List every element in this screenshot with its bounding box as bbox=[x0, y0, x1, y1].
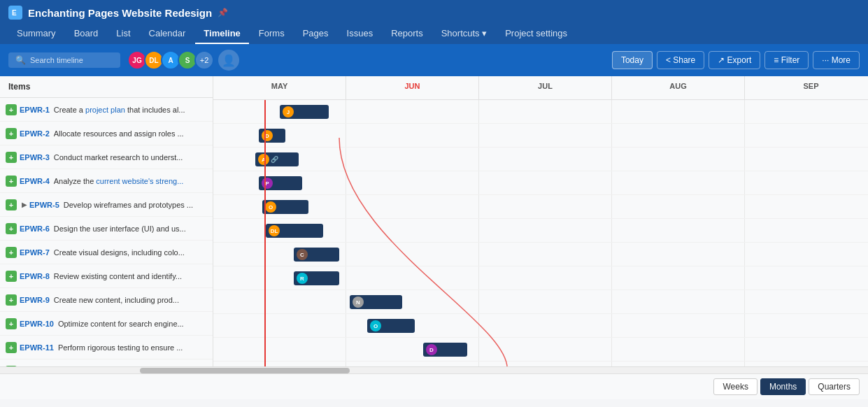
nav-tab-list[interactable]: List bbox=[108, 24, 138, 44]
timeline-row bbox=[213, 219, 868, 243]
add-task-icon[interactable]: + bbox=[6, 128, 17, 139]
table-row: + EPWR-12 Identify and fix any bugs or i… bbox=[0, 359, 213, 366]
table-row: + EPWR-1 Create a project plan that incl… bbox=[0, 98, 213, 122]
task-id: EPWR-5 bbox=[29, 201, 59, 209]
task-name[interactable]: Allocate resources and assign roles ... bbox=[54, 129, 184, 138]
add-task-icon[interactable]: + bbox=[6, 271, 17, 282]
app-title: Enchanting Pages Website Redesign bbox=[28, 7, 212, 19]
task-name[interactable]: Conduct market research to underst... bbox=[54, 153, 183, 162]
nav-tab-summary[interactable]: Summary bbox=[8, 24, 64, 44]
task-id: EPWR-10 bbox=[20, 320, 54, 328]
timeline-row bbox=[213, 243, 868, 266]
toolbar-left: 🔍 Search timeline JG DL A S +2 👤 bbox=[8, 50, 239, 71]
today-button[interactable]: Today bbox=[612, 51, 653, 69]
items-header: Items bbox=[0, 76, 213, 98]
svg-text:E: E bbox=[12, 9, 17, 17]
task-id: EPWR-8 bbox=[20, 272, 50, 280]
add-task-icon[interactable]: + bbox=[6, 247, 17, 258]
nav-tab-project-settings[interactable]: Project settings bbox=[497, 24, 576, 44]
add-task-icon[interactable]: + bbox=[6, 152, 17, 163]
nav-tab-pages[interactable]: Pages bbox=[294, 24, 337, 44]
export-button[interactable]: ↗ Export bbox=[709, 51, 760, 69]
timeline-row bbox=[213, 290, 868, 314]
table-row: + EPWR-9 Create new content, including p… bbox=[0, 288, 213, 312]
nav-tab-reports[interactable]: Reports bbox=[383, 24, 432, 44]
months-button[interactable]: Months bbox=[760, 378, 806, 395]
add-task-icon[interactable]: + bbox=[6, 342, 17, 353]
timeline-panel[interactable]: MAY JUN JUL AUG SEP bbox=[213, 76, 868, 366]
scrollbar-thumb[interactable] bbox=[140, 368, 350, 373]
items-panel: Items + EPWR-1 Create a project plan tha… bbox=[0, 76, 213, 366]
table-row: + EPWR-10 Optimize content for search en… bbox=[0, 312, 213, 336]
today-line bbox=[264, 100, 266, 366]
add-task-icon[interactable]: + bbox=[6, 294, 17, 306]
nav-tab-shortcuts[interactable]: Shortcuts ▾ bbox=[433, 24, 496, 44]
task-name[interactable]: Create new content, including prod... bbox=[54, 296, 179, 304]
month-aug: AUG bbox=[612, 76, 745, 99]
task-id: EPWR-6 bbox=[20, 224, 50, 233]
filter-button[interactable]: ≡ Filter bbox=[764, 51, 809, 69]
add-task-icon[interactable]: + bbox=[6, 318, 17, 329]
expand-icon[interactable]: ▶ bbox=[20, 200, 29, 210]
task-id: EPWR-7 bbox=[20, 248, 50, 257]
table-row: + EPWR-3 Conduct market research to unde… bbox=[0, 145, 213, 169]
table-row: + EPWR-2 Allocate resources and assign r… bbox=[0, 122, 213, 145]
more-button[interactable]: ··· More bbox=[813, 51, 860, 69]
table-row: + EPWR-8 Review existing content and ide… bbox=[0, 264, 213, 288]
app-header: E Enchanting Pages Website Redesign 📌 Su… bbox=[0, 0, 868, 44]
table-row: + EPWR-7 Create visual designs, includin… bbox=[0, 241, 213, 264]
share-button[interactable]: < Share bbox=[657, 51, 704, 69]
task-id: EPWR-9 bbox=[20, 296, 50, 304]
task-id: EPWR-1 bbox=[20, 106, 50, 114]
task-id: EPWR-4 bbox=[20, 177, 50, 185]
nav-tab-timeline[interactable]: Timeline bbox=[195, 24, 249, 44]
table-row: + EPWR-4 Analyze the current website's s… bbox=[0, 169, 213, 193]
table-row: + ▶ EPWR-5 Develop wireframes and protot… bbox=[0, 193, 213, 217]
task-id: EPWR-3 bbox=[20, 153, 50, 162]
task-name[interactable]: Design the user interface (UI) and us... bbox=[54, 224, 186, 233]
quarters-button[interactable]: Quarters bbox=[809, 378, 860, 395]
search-placeholder: Search timeline bbox=[30, 56, 83, 64]
horizontal-scrollbar[interactable] bbox=[0, 366, 868, 373]
nav-tab-calendar[interactable]: Calendar bbox=[141, 24, 194, 44]
task-id: EPWR-2 bbox=[20, 129, 50, 138]
add-task-icon[interactable]: + bbox=[6, 176, 17, 187]
app-logo: E bbox=[8, 6, 22, 20]
search-box[interactable]: 🔍 Search timeline bbox=[8, 52, 120, 68]
task-name[interactable]: Develop wireframes and prototypes ... bbox=[64, 201, 193, 209]
month-jun: JUN bbox=[346, 76, 479, 99]
nav-tab-board[interactable]: Board bbox=[66, 24, 107, 44]
weeks-button[interactable]: Weeks bbox=[713, 378, 757, 395]
timeline-grid: J D A 🔗 P bbox=[213, 100, 868, 366]
task-name[interactable]: Optimize content for search engine... bbox=[58, 320, 184, 328]
task-name[interactable]: Review existing content and identify... bbox=[54, 272, 182, 280]
add-task-icon[interactable]: + bbox=[6, 223, 17, 234]
task-name[interactable]: Create visual designs, including colo... bbox=[54, 248, 185, 257]
timeline-header: MAY JUN JUL AUG SEP bbox=[213, 76, 868, 100]
timeline-row bbox=[213, 195, 868, 219]
nav-tab-issues[interactable]: Issues bbox=[339, 24, 382, 44]
avatar-more[interactable]: +2 bbox=[194, 50, 214, 70]
timeline-row bbox=[213, 314, 868, 338]
table-row: + EPWR-11 Perform rigorous testing to en… bbox=[0, 336, 213, 359]
nav-tabs: Summary Board List Calendar Timeline For… bbox=[8, 24, 860, 44]
month-may: MAY bbox=[213, 76, 346, 99]
search-icon: 🔍 bbox=[15, 55, 26, 65]
task-name[interactable]: Perform rigorous testing to ensure ... bbox=[58, 343, 183, 352]
app-title-row: E Enchanting Pages Website Redesign 📌 bbox=[8, 6, 860, 20]
timeline-row bbox=[213, 100, 868, 124]
add-task-icon[interactable]: + bbox=[6, 199, 17, 210]
nav-tab-forms[interactable]: Forms bbox=[250, 24, 293, 44]
add-task-icon[interactable]: + bbox=[6, 104, 17, 115]
avatar-group: JG DL A S +2 👤 bbox=[127, 50, 239, 71]
timeline-row bbox=[213, 266, 868, 290]
bottom-bar: Weeks Months Quarters bbox=[0, 373, 868, 399]
avatar-anon[interactable]: 👤 bbox=[218, 50, 239, 71]
task-name[interactable]: Create a project plan that includes al..… bbox=[54, 106, 185, 114]
month-jul: JUL bbox=[479, 76, 612, 99]
task-name[interactable]: Analyze the current website's streng... bbox=[54, 177, 184, 185]
timeline-row bbox=[213, 171, 868, 195]
month-sep: SEP bbox=[745, 76, 868, 99]
toolbar: 🔍 Search timeline JG DL A S +2 👤 Today <… bbox=[0, 44, 868, 76]
timeline-row bbox=[213, 124, 868, 148]
